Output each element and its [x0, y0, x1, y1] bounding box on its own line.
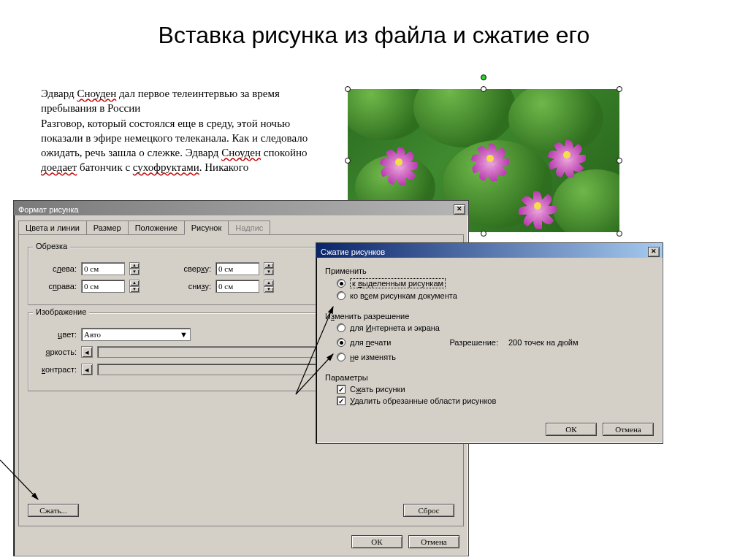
- spinner[interactable]: ▲▼: [129, 280, 140, 293]
- dialog-title: Формат рисунка: [18, 205, 79, 214]
- crop-bottom-label: снизу:: [170, 282, 211, 291]
- radio-icon: [337, 291, 346, 300]
- resolution-label: Разрешение:: [449, 338, 498, 347]
- cancel-button[interactable]: Отмена: [408, 535, 459, 548]
- chevron-down-icon: ▼: [180, 330, 188, 339]
- combo-value: Авто: [84, 330, 101, 339]
- apply-groupbox-title: Применить: [325, 266, 654, 275]
- rotate-handle-icon[interactable]: [481, 74, 486, 80]
- radio-icon: [337, 323, 346, 332]
- resize-handle-icon[interactable]: [617, 158, 622, 164]
- close-icon[interactable]: ✕: [648, 247, 660, 257]
- resolution-value: 200 точек на дюйм: [508, 338, 579, 347]
- radio-apply-all[interactable]: ко всем рисункам документа: [337, 291, 654, 300]
- doc-txt: спокойно: [261, 147, 308, 158]
- doc-txt: Эдвард: [41, 88, 77, 99]
- checkbox-icon: [337, 385, 346, 394]
- brightness-label: яркость:: [36, 348, 77, 356]
- spell-error: Сноуден: [77, 88, 116, 99]
- radio-res-none[interactable]: не изменять: [337, 353, 654, 361]
- resize-handle-icon[interactable]: [481, 86, 486, 92]
- compress-button[interactable]: Сжать...: [28, 504, 79, 517]
- crop-bottom-input[interactable]: [215, 280, 259, 293]
- group-title: Обрезка: [33, 242, 70, 250]
- radio-apply-selected[interactable]: к выделенным рисункам: [337, 278, 654, 288]
- group-title: Изображение: [33, 307, 89, 316]
- spinner[interactable]: ▲▼: [129, 262, 140, 275]
- tab-size[interactable]: Размер: [86, 220, 129, 235]
- spell-error: Сноуден: [221, 147, 261, 158]
- doc-txt: . Никакого: [199, 161, 248, 173]
- radio-icon: [337, 279, 346, 288]
- spell-error: доедает: [41, 161, 77, 173]
- dialog-tabs: Цвета и линии Размер Положение Рисунок Н…: [18, 220, 464, 234]
- tab-picture[interactable]: Рисунок: [184, 220, 229, 235]
- dialog-button-row: ОК Отмена: [316, 418, 663, 443]
- dialog-title: Сжатие рисунков: [321, 248, 385, 256]
- crop-right-label: справа:: [36, 282, 77, 291]
- radio-res-print[interactable]: для печати: [337, 338, 391, 347]
- ok-button[interactable]: ОК: [546, 423, 597, 436]
- cancel-button[interactable]: Отмена: [603, 423, 654, 436]
- checkbox-icon: [337, 396, 346, 405]
- tab-position[interactable]: Положение: [128, 220, 185, 235]
- close-icon[interactable]: ✕: [454, 204, 465, 215]
- doc-txt: батончик с: [77, 161, 133, 173]
- slider-left-button[interactable]: ◂: [81, 346, 93, 358]
- tab-colors-lines[interactable]: Цвета и линии: [18, 220, 87, 235]
- spell-error: сухофруктами: [133, 161, 199, 173]
- check-delete-cropped[interactable]: Удалить обрезанные области рисунков: [337, 396, 654, 405]
- dialog-button-row: ОК Отмена: [14, 531, 468, 556]
- resize-handle-icon[interactable]: [481, 231, 486, 237]
- params-groupbox-title: Параметры: [325, 373, 654, 382]
- dialog-titlebar[interactable]: Формат рисунка ✕: [14, 201, 468, 215]
- slider-left-button[interactable]: ◂: [81, 364, 93, 375]
- crop-left-input[interactable]: [81, 262, 125, 275]
- spinner[interactable]: ▲▼: [264, 262, 274, 275]
- radio-res-web[interactable]: для Интернета и экрана: [337, 323, 654, 332]
- resize-handle-icon[interactable]: [345, 86, 351, 92]
- document-body-text: Эдвард Сноуден дал первое телеинтервью з…: [41, 86, 333, 175]
- radio-icon: [337, 338, 346, 347]
- crop-top-label: сверху:: [170, 264, 211, 273]
- ok-button[interactable]: ОК: [351, 535, 402, 548]
- crop-right-input[interactable]: [81, 280, 125, 293]
- resize-handle-icon[interactable]: [617, 86, 622, 92]
- color-combo[interactable]: Авто ▼: [81, 328, 191, 341]
- reset-button[interactable]: Сброс: [403, 504, 454, 517]
- color-label: цвет:: [36, 330, 77, 339]
- radio-icon: [337, 353, 346, 361]
- contrast-label: контраст:: [36, 365, 77, 374]
- spinner[interactable]: ▲▼: [264, 280, 274, 293]
- tab-text: Надпис: [228, 220, 270, 235]
- crop-left-label: слева:: [36, 264, 77, 273]
- check-compress[interactable]: Сжать рисунки: [337, 385, 654, 394]
- crop-top-input[interactable]: [215, 262, 259, 275]
- resize-handle-icon[interactable]: [617, 231, 622, 237]
- compress-pictures-dialog: Сжатие рисунков ✕ Применить к выделенным…: [316, 242, 663, 444]
- slide-title: Вставка рисунка из файла и сжатие его: [0, 0, 748, 49]
- resize-handle-icon[interactable]: [345, 158, 351, 164]
- dialog-titlebar[interactable]: Сжатие рисунков ✕: [316, 243, 663, 258]
